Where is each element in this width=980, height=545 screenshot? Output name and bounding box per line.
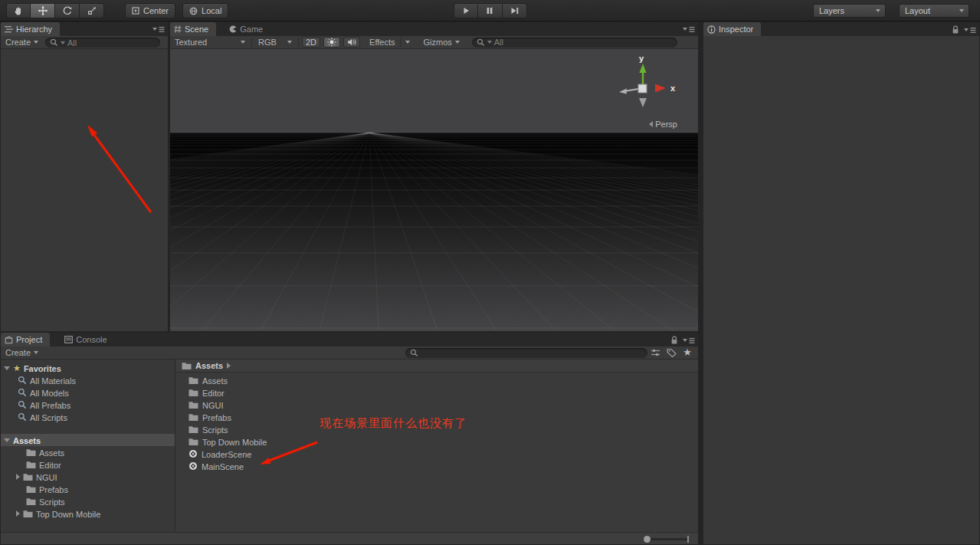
breadcrumb[interactable]: Assets [176,360,698,373]
pivot-center-label: Center [143,6,169,15]
console-icon [64,336,73,343]
effects-label: Effects [369,38,395,47]
hierarchy-search-input[interactable]: All [45,38,160,48]
hand-icon [13,5,24,16]
tree-item-assets[interactable]: Assets [1,446,175,458]
annotation-text: 现在场景里面什么也没有了 [320,416,467,431]
step-button[interactable] [503,3,527,18]
scene-panel: Scene Game Textured RGB [169,21,699,332]
move-tool-button[interactable] [31,3,55,18]
favorites-item-all-models[interactable]: All Models [1,386,175,399]
chevron-down-icon [455,41,460,44]
layout-dropdown[interactable]: Layout [899,4,969,18]
effects-dropdown[interactable]: Effects [365,36,414,48]
hand-tool-button[interactable] [6,3,31,18]
tab-scene[interactable]: Scene [170,22,216,36]
2d-toggle-button[interactable]: 2D [302,37,320,48]
inspector-panel: Inspector [703,21,980,545]
orientation-gizmo[interactable]: y x [595,54,687,113]
inspector-tabrow: Inspector [703,22,979,36]
project-create-dropdown[interactable]: Create [1,346,43,359]
asset-size-slider-end [687,536,689,543]
folder-icon [23,473,33,481]
step-icon [510,6,519,15]
transform-tool-group [6,3,104,18]
tree-item-scripts[interactable]: Scripts [1,495,175,507]
favorites-label: Favorites [24,363,61,373]
breadcrumb-label: Assets [195,361,223,370]
scale-tool-button[interactable] [80,3,104,18]
tab-inspector[interactable]: Inspector [703,22,761,36]
pause-button[interactable] [478,3,503,18]
scene-lighting-toggle[interactable] [323,37,340,48]
search-by-type-icon[interactable] [651,348,660,357]
scene-view-toolbar: Textured RGB 2D [170,36,698,49]
scene-audio-toggle[interactable] [343,37,360,48]
scene-search-input[interactable]: All [472,38,677,48]
scene-viewport[interactable]: y x Persp [170,49,698,331]
space-local-label: Local [202,6,221,15]
tab-game[interactable]: Game [225,22,270,36]
render-channel-dropdown[interactable]: RGB [254,36,297,48]
chevron-down-icon [241,41,245,44]
projection-toggle[interactable]: Persp [649,120,677,129]
pivot-group: Center Local [125,3,228,18]
hierarchy-icon [5,26,13,33]
play-button[interactable] [454,3,478,18]
project-search-input[interactable] [405,348,647,358]
hierarchy-body[interactable] [1,49,168,331]
project-asset-list: Assets Assets Editor [176,360,698,532]
tab-hierarchy[interactable]: Hierarchy [1,22,60,36]
rotate-tool-button[interactable] [55,3,80,18]
pivot-center-button[interactable]: Center [125,3,175,18]
tree-item-assets-root[interactable]: Assets [1,434,175,446]
tree-item-top-down-mobile[interactable]: Top Down Mobile [1,507,175,520]
pane-menu-icon[interactable] [152,25,165,34]
tree-item-prefabs[interactable]: Prefabs [1,483,175,495]
hierarchy-create-dropdown[interactable]: Create [1,36,43,48]
favorites-item-all-materials[interactable]: All Materials [1,374,175,386]
search-by-label-icon[interactable] [667,348,677,357]
asset-item-assets[interactable]: Assets [176,374,698,386]
space-local-button[interactable]: Local [182,3,228,18]
gizmos-dropdown[interactable]: Gizmos [419,36,464,48]
tree-item-editor[interactable]: Editor [1,458,175,471]
lock-icon[interactable] [952,25,959,34]
project-icon [5,336,13,344]
asset-item-mainscene[interactable]: MainScene [176,460,698,472]
search-filter-icon [18,412,27,422]
asset-item-top-down-mobile[interactable]: Top Down Mobile [176,435,698,448]
tab-hierarchy-label: Hierarchy [16,25,52,34]
gizmo-cube-icon [638,84,647,93]
favorites-item-all-prefabs[interactable]: All Prefabs [1,399,175,411]
asset-size-slider-thumb[interactable] [644,536,651,543]
layout-label: Layout [905,6,930,15]
saved-search-star-icon[interactable]: ★ [683,349,692,356]
favorites-star-icon: ★ [13,364,21,372]
folder-icon [23,510,33,518]
lock-icon[interactable] [670,336,678,345]
layers-dropdown[interactable]: Layers [813,4,886,18]
layers-label: Layers [819,6,844,15]
pane-menu-icon[interactable] [683,25,695,34]
search-filter-caret-icon [487,41,492,44]
asset-item-ngui[interactable]: NGUI [176,399,698,411]
divider [400,38,401,48]
asset-item-loaderscene[interactable]: LoaderScene [176,448,698,460]
search-icon [477,38,485,47]
tree-item-ngui[interactable]: NGUI [1,471,175,483]
asset-item-editor[interactable]: Editor [176,386,698,399]
scene-search-filter: All [494,38,503,47]
pane-menu-icon[interactable] [964,26,976,34]
pane-menu-icon[interactable] [683,337,695,345]
project-toolbar: Create ★ [1,346,698,360]
tab-console[interactable]: Console [61,333,114,346]
folder-icon [26,461,36,469]
tab-project[interactable]: Project [1,333,50,346]
project-content: ★ Favorites All Materials All Models [1,360,698,532]
favorites-header[interactable]: ★ Favorites [1,362,175,374]
tab-scene-label: Scene [185,25,208,34]
favorites-item-all-scripts[interactable]: All Scripts [1,411,175,423]
tab-game-label: Game [240,25,263,34]
shading-mode-dropdown[interactable]: Textured [170,36,250,48]
